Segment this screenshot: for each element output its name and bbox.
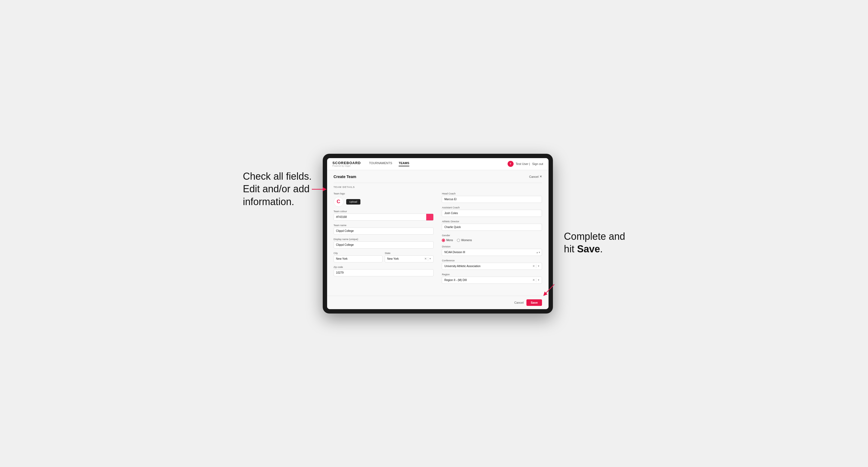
zip-field: Zip code — [334, 266, 434, 276]
mens-radio-dot[interactable] — [442, 239, 445, 242]
region-select[interactable]: Region II - (M) DIII ✕ ▼ — [442, 277, 542, 284]
team-colour-field: Team colour — [334, 210, 434, 221]
zip-label: Zip code — [334, 266, 434, 269]
head-coach-input[interactable] — [442, 196, 542, 203]
region-controls: ✕ ▼ — [532, 278, 539, 282]
team-logo-field: Team logo C Upload — [334, 192, 434, 207]
region-field: Region Region II - (M) DIII ✕ ▼ — [442, 273, 542, 284]
display-name-label: Display name (unique) — [334, 238, 434, 241]
save-button[interactable]: Save — [526, 299, 542, 306]
form-right: Head Coach Assistant Coach Athletic Dire… — [442, 192, 542, 284]
athletic-director-field: Athletic Director — [442, 220, 542, 231]
nav-links: TOURNAMENTS TEAMS — [369, 161, 507, 166]
team-name-field: Team name — [334, 224, 434, 235]
division-label: Division — [442, 245, 542, 248]
division-field: Division NCAA Division III ▲▼ — [442, 245, 542, 256]
main-content: Create Team Cancel ✕ TEAM DETAILS Team l… — [327, 170, 549, 296]
page-header: Create Team Cancel ✕ — [334, 175, 542, 179]
user-name: Test User | — [516, 162, 530, 165]
region-arrow-icon: ▼ — [537, 279, 539, 281]
conference-arrow-icon: ▼ — [537, 265, 539, 268]
nav-tournaments[interactable]: TOURNAMENTS — [369, 161, 392, 166]
gender-label: Gender — [442, 234, 542, 237]
conference-select[interactable]: University Athletic Association ✕ ▼ — [442, 263, 542, 270]
conference-controls: ✕ ▼ — [532, 264, 539, 268]
conference-label: Conference — [442, 259, 542, 262]
conference-field: Conference University Athletic Associati… — [442, 259, 542, 270]
team-logo-label: Team logo — [334, 192, 434, 195]
head-coach-field: Head Coach — [442, 192, 542, 203]
state-clear-icon[interactable]: ✕ — [424, 257, 427, 260]
nav-user: T Test User | Sign out — [507, 161, 544, 167]
state-value: New York — [387, 257, 424, 260]
city-state-group: City State New York ✕ — [334, 252, 434, 262]
arrow-team-logo — [310, 184, 327, 195]
state-divider — [428, 257, 428, 261]
city-field: City — [334, 252, 382, 262]
conference-clear-icon[interactable]: ✕ — [532, 264, 535, 268]
state-field: State New York ✕ ▼ — [385, 252, 434, 262]
display-name-input[interactable] — [334, 242, 434, 249]
gender-radio-group: Mens Womens — [442, 239, 542, 242]
user-avatar: T — [507, 161, 514, 167]
city-input[interactable] — [334, 255, 382, 262]
division-select-wrapper: NCAA Division III ▲▼ — [442, 249, 542, 256]
logo-circle: C — [334, 197, 343, 207]
region-clear-icon[interactable]: ✕ — [532, 279, 535, 282]
city-label: City — [334, 252, 382, 254]
color-input-row — [334, 214, 434, 221]
head-coach-label: Head Coach — [442, 192, 542, 195]
assistant-coach-input[interactable] — [442, 210, 542, 217]
page-title: Create Team — [334, 175, 356, 179]
team-colour-label: Team colour — [334, 210, 434, 213]
state-select[interactable]: New York ✕ ▼ — [385, 255, 434, 262]
region-label: Region — [442, 273, 542, 276]
sign-out-link[interactable]: Sign out — [532, 162, 543, 165]
tablet-screen: SCOREBOARD Powered by clippd TOURNAMENTS… — [327, 158, 549, 309]
color-text-input[interactable] — [334, 214, 427, 220]
navbar: SCOREBOARD Powered by clippd TOURNAMENTS… — [327, 158, 549, 170]
app-logo: SCOREBOARD Powered by clippd — [333, 161, 361, 167]
display-name-field: Display name (unique) — [334, 238, 434, 249]
nav-teams[interactable]: TEAMS — [399, 161, 409, 166]
annotation-left: Check all fields. Edit and/or add inform… — [243, 154, 312, 208]
tablet-device: SCOREBOARD Powered by clippd TOURNAMENTS… — [323, 154, 553, 313]
team-name-label: Team name — [334, 224, 434, 227]
athletic-director-label: Athletic Director — [442, 220, 542, 223]
state-arrow-icon: ▼ — [429, 257, 431, 260]
state-label: State — [385, 252, 434, 254]
logo-area: C Upload — [334, 197, 434, 207]
womens-label: Womens — [461, 239, 472, 242]
arrow-save — [542, 283, 556, 297]
form-footer: Cancel Save — [327, 296, 549, 309]
annotation-right: Complete and hit Save. — [564, 154, 625, 256]
form-grid: Team logo C Upload Team colour — [334, 192, 542, 284]
header-cancel-link[interactable]: Cancel ✕ — [529, 175, 542, 178]
division-select[interactable]: NCAA Division III — [442, 249, 542, 256]
upload-button[interactable]: Upload — [346, 199, 361, 205]
form-left: Team logo C Upload Team colour — [334, 192, 434, 284]
gender-field: Gender Mens Womens — [442, 234, 542, 242]
footer-cancel-button[interactable]: Cancel — [514, 301, 523, 304]
zip-input[interactable] — [334, 269, 434, 276]
womens-radio-dot[interactable] — [457, 239, 460, 242]
city-state-row: City State New York ✕ — [334, 252, 434, 262]
region-value: Region II - (M) DIII — [444, 279, 532, 282]
conference-value: University Athletic Association — [444, 264, 532, 268]
gender-womens-option[interactable]: Womens — [457, 239, 472, 242]
assistant-coach-label: Assistant Coach — [442, 206, 542, 209]
svg-line-3 — [545, 284, 554, 294]
athletic-director-input[interactable] — [442, 224, 542, 231]
mens-label: Mens — [446, 239, 453, 242]
assistant-coach-field: Assistant Coach — [442, 206, 542, 217]
state-controls: ✕ ▼ — [424, 257, 431, 261]
team-name-input[interactable] — [334, 227, 434, 235]
gender-mens-option[interactable]: Mens — [442, 239, 453, 242]
color-swatch[interactable] — [426, 214, 433, 221]
section-label: TEAM DETAILS — [334, 183, 542, 188]
